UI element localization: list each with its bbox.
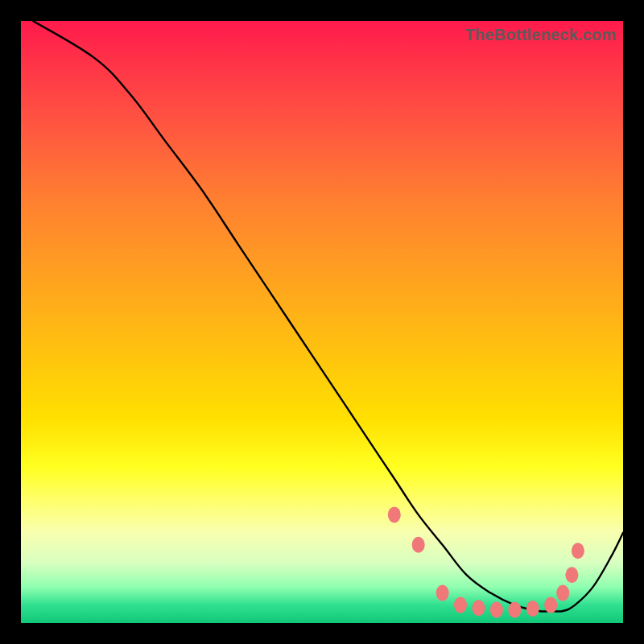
chart-frame: TheBottleneck.com	[0, 0, 644, 644]
marker-dot	[436, 585, 449, 601]
marker-dot	[526, 601, 539, 617]
plot-area: TheBottleneck.com	[21, 21, 623, 623]
marker-dot	[565, 567, 578, 583]
bottleneck-curve	[33, 21, 623, 612]
marker-dot	[556, 585, 569, 601]
marker-dot	[572, 543, 584, 559]
marker-dot	[454, 597, 467, 613]
marker-dot	[544, 597, 557, 613]
curve-markers	[388, 506, 584, 617]
marker-dot	[508, 602, 521, 618]
marker-dot	[473, 600, 485, 616]
marker-dot	[490, 602, 503, 618]
marker-dot	[412, 537, 425, 553]
marker-dot	[388, 506, 401, 522]
curve-layer	[21, 21, 623, 623]
